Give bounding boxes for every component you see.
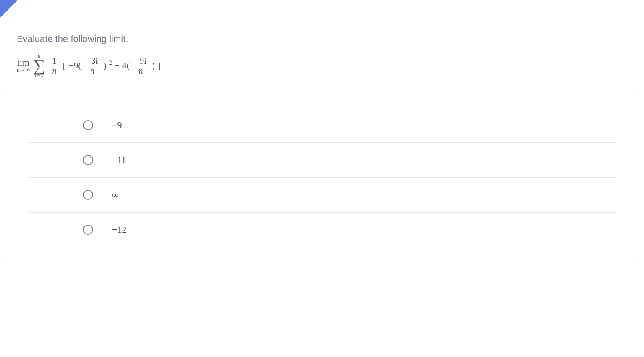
fraction1-num: −3i (85, 56, 100, 66)
radio-icon[interactable] (83, 155, 93, 165)
minus-term: − 4( (115, 60, 130, 71)
term1-coef: −9( (68, 60, 81, 71)
limit-label: lim (17, 58, 29, 67)
option-label: −9 (112, 120, 122, 131)
option-row[interactable]: ∞ (29, 178, 615, 213)
option-row[interactable]: −9 (29, 108, 615, 143)
term1-close: ) (103, 60, 106, 71)
fraction-den: n (50, 66, 59, 75)
fraction-2: −9i n (133, 56, 148, 75)
radio-icon[interactable] (83, 190, 93, 200)
answers-panel: −9 −11 ∞ −12 (5, 91, 639, 264)
term1-exponent: 2 (109, 60, 112, 66)
sigma-block: n ∑ i=1 (33, 53, 45, 78)
fraction-1: −3i n (85, 56, 100, 75)
radio-icon[interactable] (83, 225, 93, 235)
question-prompt: Evaluate the following limit. (17, 34, 627, 45)
math-expression: lim n→∞ n ∑ i=1 1 n [ −9( −3i n )2 − 4( … (17, 53, 627, 78)
limit-block: lim n→∞ (17, 58, 30, 74)
fraction1-den: n (88, 66, 97, 75)
sigma-lower: i=1 (35, 72, 43, 78)
term2-close: ) (152, 60, 155, 71)
option-row[interactable]: −11 (29, 143, 615, 178)
fraction2-den: n (136, 66, 145, 75)
fraction-outer: 1 n (50, 56, 59, 75)
option-label: −11 (112, 155, 126, 165)
option-label: ∞ (112, 189, 119, 200)
limit-subscript: n→∞ (17, 67, 30, 74)
fraction-num: 1 (51, 56, 58, 66)
bracket-close: ] (157, 60, 160, 71)
question-area: Evaluate the following limit. lim n→∞ n … (0, 0, 644, 91)
option-label: −12 (112, 224, 126, 235)
option-row[interactable]: −12 (29, 213, 615, 247)
sigma-symbol: ∑ (33, 59, 45, 72)
radio-icon[interactable] (83, 120, 93, 130)
bracket-open: [ (63, 60, 66, 71)
fraction2-num: −9i (133, 56, 148, 66)
